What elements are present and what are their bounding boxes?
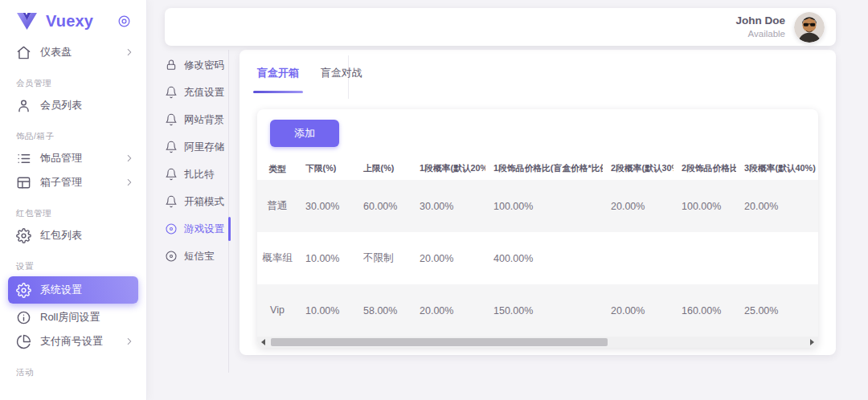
nav-section-heading: 饰品/箱子	[16, 131, 130, 142]
table-cell: Vip	[257, 284, 297, 337]
tab-blindbox-battle[interactable]: 盲盒对战	[321, 66, 362, 80]
chevron-icon	[124, 177, 135, 188]
table-cell: 20.00%	[411, 284, 485, 337]
nav-section-heading: 会员管理	[16, 78, 130, 89]
bell-icon	[165, 141, 178, 153]
sidebar-item-label: 会员列表	[40, 98, 135, 112]
table-cell: 概率组	[257, 232, 297, 284]
table-cell: 400.00%	[485, 232, 603, 284]
settings-menu-item-label: 充值设置	[184, 86, 224, 100]
disc-icon	[165, 250, 178, 263]
table-cell: 20.00%	[736, 180, 818, 232]
nav-section-heading: 活动	[16, 367, 130, 378]
sidebar-item-label: 仪表盘	[40, 45, 115, 59]
table-cell: 30.00%	[411, 180, 485, 232]
column-header: 1段饰品价格比(盲盒价格*比例)	[485, 157, 603, 180]
toolbar: 添加	[257, 109, 818, 157]
table-cell	[603, 232, 674, 284]
sidebar-item-system-settings[interactable]: 系统设置	[8, 276, 138, 304]
column-header: 上限(%)	[355, 157, 411, 180]
column-header: 1段概率(默认20%)	[411, 157, 485, 180]
avatar[interactable]	[794, 12, 825, 43]
brand-name: Vuexy	[46, 12, 117, 31]
sidebar: Vuexy 仪表盘会员管理会员列表饰品/箱子饰品管理箱子管理红包管理红包列表设置…	[0, 0, 147, 400]
user-status: Available	[735, 28, 785, 39]
sidebar-item-label: Roll房间设置	[40, 310, 135, 324]
table-cell: 20.00%	[411, 232, 485, 284]
sidebar-item-dashboard[interactable]: 仪表盘	[0, 40, 146, 64]
column-header: 3段概率(默认40%)	[736, 157, 818, 180]
settings-menu-item-label: 网站背景	[184, 113, 224, 127]
info-icon	[16, 310, 31, 325]
column-header: 2段饰品价格比	[674, 157, 736, 180]
sidebar-item-label: 支付商号设置	[40, 334, 115, 349]
sidebar-item-box-manage[interactable]: 箱子管理	[0, 170, 146, 194]
nav-section-heading: 红包管理	[16, 208, 130, 219]
sidebar-item-ornament-manage[interactable]: 饰品管理	[0, 146, 146, 170]
data-table: 类型下限(%)上限(%)1段概率(默认20%)1段饰品价格比(盲盒价格*比例)2…	[257, 157, 818, 337]
horizontal-scrollbar	[257, 337, 818, 348]
user-meta: John Doe Available	[735, 14, 785, 39]
scroll-right-arrow-icon[interactable]	[810, 339, 814, 345]
sidebar-item-label: 红包列表	[40, 228, 135, 243]
pie-icon	[16, 334, 31, 349]
user-icon	[16, 98, 31, 113]
settings-menu-item-label: 阿里存储	[184, 141, 224, 154]
panel: 添加 类型下限(%)上限(%)1段概率(默认20%)1段饰品价格比(盲盒价格*比…	[240, 96, 836, 348]
sidebar-item-member-list[interactable]: 会员列表	[0, 93, 146, 117]
table-cell	[736, 232, 818, 284]
bell-icon	[165, 195, 178, 208]
tab-bar: 盲盒开箱盲盒对战	[240, 50, 836, 96]
table-header-row: 类型下限(%)上限(%)1段概率(默认20%)1段饰品价格比(盲盒价格*比例)2…	[257, 157, 818, 180]
chevron-icon	[124, 153, 135, 164]
table-cell: 20.00%	[603, 284, 674, 337]
add-button[interactable]: 添加	[270, 120, 339, 147]
box-icon	[16, 175, 31, 190]
table-cell: 60.00%	[355, 180, 411, 232]
gear-icon	[16, 228, 31, 243]
sidebar-item-roll-room-settings[interactable]: Roll房间设置	[0, 305, 146, 329]
sidebar-item-label: 箱子管理	[40, 175, 115, 190]
table-cell	[674, 232, 736, 284]
vuexy-logo-icon	[16, 12, 38, 31]
main-card: 盲盒开箱盲盒对战 添加 类型下限(%)上限(%)1段概率(默认20%)1段饰品价…	[240, 50, 836, 355]
scroll-left-arrow-icon[interactable]	[261, 339, 265, 345]
header-card: John Doe Available	[165, 8, 836, 46]
table-row: 概率组10.00%不限制20.00%400.00%	[257, 232, 818, 284]
table-row: Vip10.00%58.00%20.00%150.00%20.00%160.00…	[257, 284, 818, 337]
table-cell: 58.00%	[355, 284, 411, 337]
nav-section-heading: 设置	[16, 261, 130, 272]
settings-menu-item-label: 短信宝	[184, 250, 215, 263]
sidebar-item-payment-merchant-settings[interactable]: 支付商号设置	[0, 329, 146, 353]
settings-menu-item-ali-storage[interactable]: 阿里存储	[165, 133, 228, 161]
user-name: John Doe	[735, 14, 785, 28]
table-cell: 普通	[257, 180, 297, 232]
sidebar-item-redpacket-list[interactable]: 红包列表	[0, 223, 146, 247]
settings-menu-item-site-background[interactable]: 网站背景	[165, 106, 228, 133]
column-header: 下限(%)	[297, 157, 355, 180]
sidebar-item-label: 饰品管理	[40, 151, 115, 165]
gear-icon	[16, 283, 31, 298]
settings-menu-item-sms-bao[interactable]: 短信宝	[165, 243, 228, 270]
table-cell: 不限制	[355, 232, 411, 284]
lock-icon	[165, 59, 178, 71]
chevron-icon	[124, 47, 135, 58]
settings-menu-item-label: 扎比特	[184, 168, 215, 182]
table-cell: 25.00%	[736, 284, 818, 337]
settings-menu-item-zhabite[interactable]: 扎比特	[165, 161, 228, 188]
sidebar-pin-toggle-icon[interactable]	[117, 14, 132, 29]
sidebar-nav: 仪表盘会员管理会员列表饰品/箱子饰品管理箱子管理红包管理红包列表设置系统设置Ro…	[0, 40, 146, 378]
scrollbar-thumb[interactable]	[271, 338, 608, 346]
table-cell: 10.00%	[297, 232, 355, 284]
column-header: 2段概率(默认30%)	[603, 157, 674, 180]
settings-menu-item-game-settings[interactable]: 游戏设置	[165, 215, 228, 243]
table-head: 类型下限(%)上限(%)1段概率(默认20%)1段饰品价格比(盲盒价格*比例)2…	[257, 157, 818, 180]
logo-row: Vuexy	[0, 0, 146, 40]
table-card: 添加 类型下限(%)上限(%)1段概率(默认20%)1段饰品价格比(盲盒价格*比…	[257, 109, 818, 348]
settings-menu-item-change-password[interactable]: 修改密码	[165, 51, 228, 79]
tab-blindbox-open[interactable]: 盲盒开箱	[257, 66, 299, 80]
settings-menu-item-recharge-settings[interactable]: 充值设置	[165, 79, 228, 106]
settings-menu-item-open-box-mode[interactable]: 开箱模式	[165, 188, 228, 215]
table-cell: 10.00%	[297, 284, 355, 337]
bell-icon	[165, 86, 178, 99]
